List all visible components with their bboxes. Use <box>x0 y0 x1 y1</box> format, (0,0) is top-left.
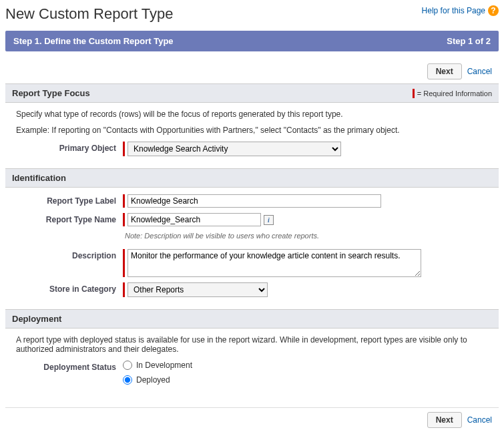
required-bar-icon <box>123 213 125 226</box>
help-link[interactable]: Help for this Page ? <box>422 5 499 16</box>
step-count: Step 1 of 2 <box>447 36 491 46</box>
focus-desc-2: Example: If reporting on "Contacts with … <box>16 126 488 135</box>
focus-section-title: Report Type Focus <box>12 88 90 98</box>
cancel-link[interactable]: Cancel <box>467 415 492 425</box>
in-development-radio[interactable] <box>123 361 132 370</box>
required-bar-icon <box>123 282 125 297</box>
required-bar-icon <box>123 142 125 156</box>
required-mark-icon <box>413 89 415 98</box>
top-button-row: Next Cancel <box>5 59 499 83</box>
deployed-radio[interactable] <box>123 375 132 385</box>
focus-desc-1: Specify what type of records (rows) will… <box>16 110 488 119</box>
required-note-text: = Required Information <box>417 89 492 97</box>
deployed-label: Deployed <box>136 375 170 385</box>
description-note: Note: Description will be visible to use… <box>125 232 319 240</box>
page-title: New Custom Report Type <box>5 5 173 23</box>
deployment-status-label: Deployment Status <box>16 361 123 372</box>
in-development-label: In Development <box>136 361 192 370</box>
help-icon: ? <box>488 5 499 16</box>
step-bar: Step 1. Define the Custom Report Type St… <box>5 31 499 51</box>
cancel-link[interactable]: Cancel <box>467 67 492 76</box>
required-bar-icon <box>123 194 125 208</box>
bottom-button-row: Next Cancel <box>5 407 499 430</box>
description-label: Description <box>16 249 123 260</box>
description-textarea[interactable]: Monitor the performance of your knowledg… <box>128 249 421 277</box>
next-button[interactable]: Next <box>427 63 462 79</box>
required-bar-icon <box>123 249 125 277</box>
report-type-label-label: Report Type Label <box>16 194 123 206</box>
store-category-label: Store in Category <box>16 282 123 294</box>
store-category-select[interactable]: Other Reports <box>128 282 268 297</box>
report-type-name-label: Report Type Name <box>16 213 123 224</box>
deploy-desc: A report type with deployed status is av… <box>16 335 488 354</box>
info-icon[interactable]: i <box>264 215 274 225</box>
primary-object-select[interactable]: Knowledge Search Activity <box>128 142 341 156</box>
ident-section-body: Report Type Label Report Type Name i Not… <box>5 188 499 309</box>
next-button[interactable]: Next <box>427 412 462 428</box>
primary-object-label: Primary Object <box>16 142 123 153</box>
report-type-label-input[interactable] <box>128 194 381 208</box>
required-info-note: = Required Information <box>413 89 492 98</box>
step-title: Step 1. Define the Custom Report Type <box>13 36 174 46</box>
ident-section-header: Identification <box>5 168 499 188</box>
help-link-text: Help for this Page <box>422 6 485 15</box>
focus-section-header: Report Type Focus = Required Information <box>5 83 499 103</box>
report-type-name-input[interactable] <box>128 213 261 226</box>
deploy-section-body: A report type with deployed status is av… <box>5 329 499 402</box>
ident-section-title: Identification <box>12 173 66 183</box>
focus-section-body: Specify what type of records (rows) will… <box>5 103 499 168</box>
deploy-section-title: Deployment <box>12 314 61 324</box>
deploy-section-header: Deployment <box>5 309 499 329</box>
